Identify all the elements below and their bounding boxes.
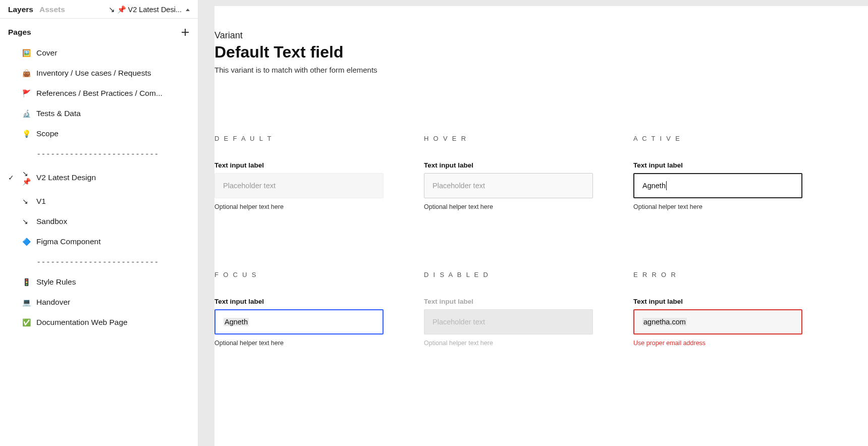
text-input-error[interactable]: agnetha.com bbox=[633, 309, 802, 334]
page-label: -------------------------- bbox=[36, 257, 190, 266]
chevron-up-icon bbox=[186, 9, 190, 11]
heading-title: Default Text field bbox=[214, 43, 868, 62]
heading-overline: Variant bbox=[214, 30, 868, 41]
page-item-references[interactable]: 🚩 References / Best Practices / Com... bbox=[0, 83, 198, 103]
state-name: D E F A U L T bbox=[214, 135, 384, 142]
field-label: Text input label bbox=[214, 298, 384, 305]
artboard[interactable]: Variant Default Text field This variant … bbox=[214, 6, 868, 446]
page-icon: 🔷 bbox=[22, 238, 32, 246]
input-value: Agneth bbox=[642, 182, 666, 190]
page-label: Style Rules bbox=[36, 277, 190, 287]
page-label: V2 Latest Design bbox=[36, 173, 190, 182]
layers-panel: Layers Assets ↘ 📌 V2 Latest Desi... Page… bbox=[0, 0, 198, 446]
placeholder-text: Placeholder text bbox=[432, 182, 485, 190]
text-input-disabled: Placeholder text bbox=[424, 309, 593, 334]
page-item-documentation[interactable]: ✅ Documentation Web Page bbox=[0, 312, 198, 332]
text-caret-icon bbox=[666, 181, 667, 190]
field-label: Text input label bbox=[214, 161, 384, 169]
page-item-figma-component[interactable]: 🔷 Figma Component bbox=[0, 232, 198, 252]
helper-text: Optional helper text here bbox=[633, 203, 802, 210]
page-item-tests[interactable]: 🔬 Tests & Data bbox=[0, 103, 198, 124]
page-dropdown[interactable]: ↘ 📌 V2 Latest Desi... bbox=[108, 6, 190, 14]
page-label: References / Best Practices / Com... bbox=[36, 89, 190, 98]
page-label: Sandbox bbox=[36, 217, 190, 226]
canvas[interactable]: Variant Default Text field This variant … bbox=[198, 0, 868, 446]
state-name: F O C U S bbox=[214, 271, 384, 278]
page-item-style-rules[interactable]: 🚦 Style Rules bbox=[0, 272, 198, 292]
page-item-v2-latest[interactable]: ✓ ↘ 📌 V2 Latest Design bbox=[0, 164, 198, 191]
variant-heading: Variant Default Text field This variant … bbox=[214, 26, 868, 74]
page-item-cover[interactable]: 🖼️ Cover bbox=[0, 43, 198, 63]
page-icon: 💡 bbox=[22, 130, 32, 138]
placeholder-text: Placeholder text bbox=[432, 318, 485, 326]
pages-section-title: Pages bbox=[8, 28, 181, 37]
text-input-default[interactable]: Placeholder text bbox=[214, 173, 384, 198]
page-icon: ↘ bbox=[22, 197, 32, 205]
page-icon: 💻 bbox=[22, 298, 32, 306]
state-default: D E F A U L T Text input label Placehold… bbox=[214, 135, 384, 210]
state-hover: H O V E R Text input label Placeholder t… bbox=[424, 135, 593, 210]
page-item-scope[interactable]: 💡 Scope bbox=[0, 124, 198, 144]
text-input-focus[interactable]: Agneth bbox=[214, 309, 384, 334]
heading-subtitle: This variant is to match with other form… bbox=[214, 66, 868, 74]
helper-text: Optional helper text here bbox=[424, 340, 593, 347]
state-disabled: D I S A B L E D Text input label Placeho… bbox=[424, 271, 593, 347]
helper-text: Optional helper text here bbox=[214, 203, 384, 210]
page-check-icon: ✓ bbox=[8, 174, 18, 182]
page-dropdown-label: V2 Latest Desi... bbox=[128, 6, 182, 14]
tab-assets[interactable]: Assets bbox=[39, 5, 65, 14]
state-error: E R R O R Text input label agnetha.com U… bbox=[633, 271, 802, 347]
page-label: -------------------------- bbox=[36, 149, 190, 158]
page-item-sandbox[interactable]: ↘ Sandbox bbox=[0, 211, 198, 232]
page-label: Tests & Data bbox=[36, 109, 190, 118]
pages-section-header: Pages bbox=[0, 19, 198, 41]
page-label: Inventory / Use cases / Requests bbox=[36, 69, 190, 78]
state-focus: F O C U S Text input label Agneth Option… bbox=[214, 271, 384, 347]
page-icon: 🔬 bbox=[22, 109, 32, 118]
page-item-divider[interactable]: -------------------------- bbox=[0, 144, 198, 164]
pin-icon: 📌 bbox=[117, 6, 126, 14]
text-input-hover[interactable]: Placeholder text bbox=[424, 173, 593, 198]
state-name: E R R O R bbox=[633, 271, 802, 278]
page-label: Documentation Web Page bbox=[36, 318, 190, 327]
page-label: V1 bbox=[36, 197, 190, 206]
page-icon: 👜 bbox=[22, 69, 32, 77]
placeholder-text: Placeholder text bbox=[223, 182, 276, 190]
tab-layers[interactable]: Layers bbox=[8, 5, 33, 14]
field-label: Text input label bbox=[633, 161, 802, 169]
state-name: A C T I V E bbox=[633, 135, 802, 142]
page-icon: 🖼️ bbox=[22, 49, 32, 57]
page-item-divider[interactable]: -------------------------- bbox=[0, 252, 198, 272]
page-item-handover[interactable]: 💻 Handover bbox=[0, 292, 198, 312]
field-label: Text input label bbox=[424, 161, 593, 169]
text-input-active[interactable]: Agneth bbox=[633, 173, 802, 198]
page-icon: 🚦 bbox=[22, 278, 32, 286]
state-name: H O V E R bbox=[424, 135, 593, 142]
add-page-button[interactable] bbox=[181, 28, 190, 37]
sidebar-header: Layers Assets ↘ 📌 V2 Latest Desi... bbox=[0, 0, 198, 19]
page-icon: ↘ 📌 bbox=[22, 170, 32, 186]
page-item-inventory[interactable]: 👜 Inventory / Use cases / Requests bbox=[0, 63, 198, 83]
page-list: 🖼️ Cover 👜 Inventory / Use cases / Reque… bbox=[0, 41, 198, 339]
helper-text: Use proper email address bbox=[633, 340, 802, 347]
state-active: A C T I V E Text input label Agneth Opti… bbox=[633, 135, 802, 210]
page-icon: ✅ bbox=[22, 318, 32, 326]
page-label: Scope bbox=[36, 129, 190, 138]
page-item-v1[interactable]: ↘ V1 bbox=[0, 191, 198, 211]
page-label: Cover bbox=[36, 48, 190, 58]
page-icon: 🚩 bbox=[22, 89, 32, 97]
input-value: agnetha.com bbox=[642, 318, 687, 326]
helper-text: Optional helper text here bbox=[424, 203, 593, 210]
states-grid: D E F A U L T Text input label Placehold… bbox=[214, 74, 868, 347]
arrow-down-right-icon: ↘ bbox=[108, 6, 115, 14]
page-label: Handover bbox=[36, 298, 190, 307]
page-label: Figma Component bbox=[36, 237, 190, 246]
state-name: D I S A B L E D bbox=[424, 271, 593, 278]
input-value: Agneth bbox=[224, 318, 249, 326]
page-icon: ↘ bbox=[22, 217, 32, 226]
field-label: Text input label bbox=[633, 298, 802, 305]
helper-text: Optional helper text here bbox=[214, 340, 384, 347]
field-label: Text input label bbox=[424, 298, 593, 305]
